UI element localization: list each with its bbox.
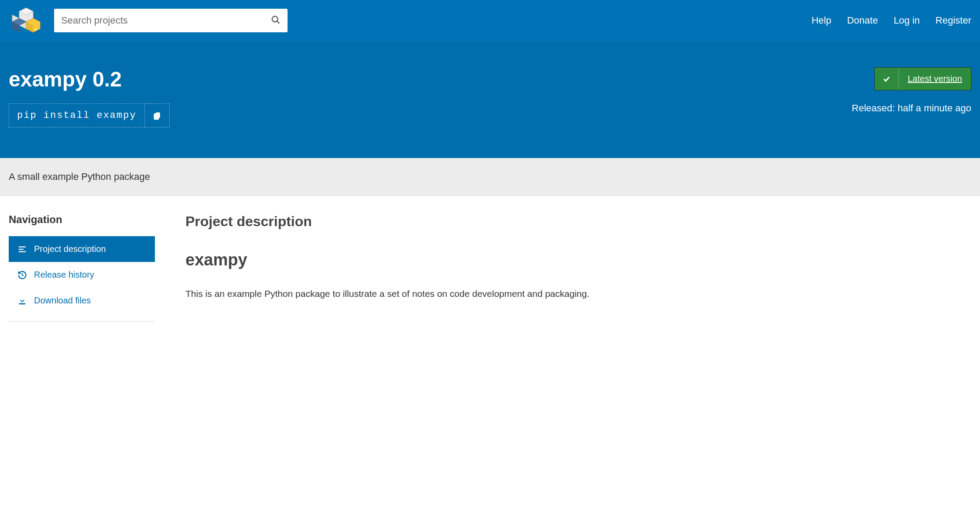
svg-rect-12 xyxy=(154,114,158,119)
check-icon xyxy=(875,68,899,90)
svg-rect-16 xyxy=(19,303,26,304)
package-title: exampy 0.2 xyxy=(9,67,170,91)
svg-point-8 xyxy=(272,16,278,22)
svg-line-9 xyxy=(277,21,280,24)
section-title: Project description xyxy=(185,213,971,230)
package-readme-title: exampy xyxy=(185,251,971,269)
version-badge[interactable]: Latest version xyxy=(874,67,971,90)
nav-login[interactable]: Log in xyxy=(894,15,920,26)
sidebar: Navigation Project description Release h… xyxy=(9,213,155,322)
tab-label: Download files xyxy=(34,296,91,306)
version-badge-label: Latest version xyxy=(899,68,971,90)
nav-donate[interactable]: Donate xyxy=(847,15,878,26)
main-content: Project description exampy This is an ex… xyxy=(185,213,971,322)
align-left-icon xyxy=(17,244,27,254)
tab-download-files[interactable]: Download files xyxy=(9,288,155,313)
copy-icon xyxy=(153,111,161,120)
pip-install-row: pip install exampy xyxy=(9,103,170,127)
search-form xyxy=(54,9,288,32)
tab-release-history[interactable]: Release history xyxy=(9,262,155,288)
content-area: Navigation Project description Release h… xyxy=(0,196,980,339)
package-readme-body: This is an example Python package to ill… xyxy=(185,287,971,301)
search-button[interactable] xyxy=(267,12,284,30)
released-text: Released: half a minute ago xyxy=(852,103,971,114)
tab-label: Release history xyxy=(34,270,94,280)
nav-register[interactable]: Register xyxy=(935,15,971,26)
history-icon xyxy=(17,270,27,280)
header-nav: Help Donate Log in Register xyxy=(812,15,971,26)
svg-point-7 xyxy=(35,29,37,31)
copy-button[interactable] xyxy=(145,103,170,127)
pip-command: pip install exampy xyxy=(9,103,145,127)
package-summary: A small example Python package xyxy=(0,158,980,196)
package-header: exampy 0.2 pip install exampy Latest ver… xyxy=(0,41,980,158)
nav-help[interactable]: Help xyxy=(812,15,831,26)
pypi-logo[interactable] xyxy=(9,5,44,36)
sidebar-divider xyxy=(9,321,155,322)
tab-label: Project description xyxy=(34,244,106,254)
sidebar-heading: Navigation xyxy=(9,213,155,226)
download-icon xyxy=(17,296,27,306)
site-header: Help Donate Log in Register xyxy=(0,0,980,41)
search-input[interactable] xyxy=(54,9,288,32)
search-icon xyxy=(271,15,281,25)
tab-project-description[interactable]: Project description xyxy=(9,236,155,262)
